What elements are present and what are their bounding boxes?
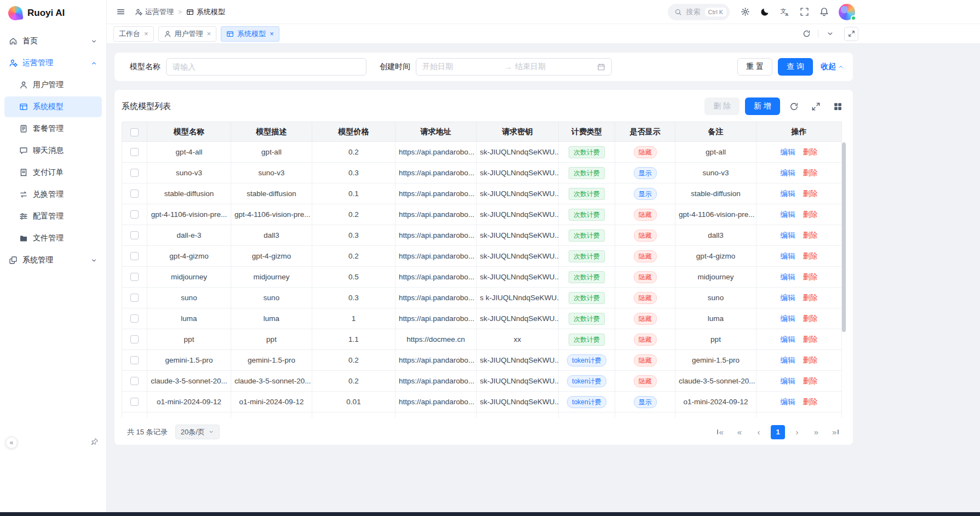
add-button[interactable]: 新 增 [745, 98, 780, 115]
edit-link[interactable]: 编辑 [781, 210, 795, 219]
row-checkbox[interactable] [130, 252, 139, 260]
close-tab-icon[interactable]: × [144, 30, 148, 37]
tab-system-model[interactable]: 系统模型× [221, 26, 279, 42]
settings-button[interactable] [737, 3, 754, 20]
sidebar-item-chat-messages[interactable]: 聊天消息 [4, 140, 102, 161]
close-tab-icon[interactable]: × [270, 30, 274, 37]
current-page[interactable]: 1 [771, 425, 785, 439]
row-checkbox[interactable] [130, 148, 139, 156]
delete-link[interactable]: 删除 [803, 169, 818, 177]
tab-workbench[interactable]: 工作台× [113, 26, 154, 42]
edit-link[interactable]: 编辑 [781, 148, 795, 156]
prev-page-button[interactable]: ‹ [752, 425, 766, 439]
batch-delete-button[interactable]: 删 除 [704, 98, 740, 115]
last-page-button[interactable]: » [828, 425, 843, 439]
model-name-input[interactable] [166, 58, 366, 76]
sidebar-item-system-management[interactable]: 系统管理 [4, 250, 102, 271]
tabs-menu-button[interactable] [822, 26, 838, 42]
breadcrumb-item[interactable]: 系统模型 [186, 7, 225, 17]
sidebar-item-file-management[interactable]: 文件管理 [4, 228, 102, 249]
sidebar-item-config-management[interactable]: 配置管理 [4, 206, 102, 227]
refresh-page-button[interactable] [799, 26, 814, 42]
delete-link[interactable]: 删除 [803, 148, 818, 156]
menu-toggle-button[interactable] [112, 3, 129, 20]
edit-link[interactable]: 编辑 [781, 398, 795, 406]
close-tab-icon[interactable]: × [207, 30, 211, 37]
edit-link[interactable]: 编辑 [781, 190, 795, 198]
delete-link[interactable]: 删除 [803, 252, 818, 260]
delete-link[interactable]: 删除 [803, 314, 818, 323]
sidebar-item-home[interactable]: 首页 [4, 31, 102, 51]
sidebar-item-payment-orders[interactable]: 支付订单 [4, 162, 102, 183]
edit-link[interactable]: 编辑 [781, 252, 795, 260]
notifications-button[interactable] [816, 3, 833, 20]
collapse-filter-link[interactable]: 收起 [821, 62, 844, 72]
create-time-range-picker[interactable]: 开始日期 → 结束日期 [416, 58, 612, 76]
edit-link[interactable]: 编辑 [781, 335, 795, 343]
next-page-button[interactable]: › [790, 425, 804, 439]
delete-link[interactable]: 删除 [803, 210, 818, 219]
sidebar-item-user-management[interactable]: 用户管理 [4, 74, 102, 95]
edit-link[interactable]: 编辑 [781, 314, 795, 323]
delete-link[interactable]: 删除 [803, 335, 818, 343]
breadcrumb-item[interactable]: 运营管理 [135, 7, 174, 17]
table-vertical-scrollbar[interactable] [841, 122, 846, 418]
sidebar-item-operations[interactable]: 运营管理 [4, 53, 102, 73]
user-avatar[interactable] [839, 4, 855, 20]
column-settings-button[interactable] [829, 98, 846, 114]
edit-link[interactable]: 编辑 [781, 169, 795, 177]
model-icon [19, 102, 28, 111]
row-checkbox[interactable] [130, 294, 139, 302]
edit-link[interactable]: 编辑 [781, 377, 795, 385]
chevron-down-icon [90, 38, 98, 45]
row-checkbox[interactable] [130, 356, 139, 364]
scrollbar-thumb[interactable] [842, 142, 846, 332]
edit-link[interactable]: 编辑 [781, 356, 795, 364]
delete-link[interactable]: 删除 [803, 273, 818, 281]
pin-sidebar-icon[interactable] [90, 438, 99, 446]
row-checkbox[interactable] [130, 398, 139, 406]
row-checkbox[interactable] [130, 210, 139, 219]
sidebar-item-system-model[interactable]: 系统模型 [4, 96, 102, 117]
edit-link[interactable]: 编辑 [781, 231, 795, 239]
sidebar-item-exchange-management[interactable]: 兑换管理 [4, 184, 102, 205]
select-all-checkbox[interactable] [130, 128, 139, 136]
model-name-cell: luma [147, 308, 231, 329]
edit-link[interactable]: 编辑 [781, 294, 795, 302]
request-key-cell: sk-JIUQLNndqSeKWU... [477, 308, 559, 329]
row-checkbox[interactable] [130, 190, 139, 198]
delete-link[interactable]: 删除 [803, 356, 818, 364]
operations-cell: 编辑删除 [757, 163, 842, 184]
next-group-button[interactable]: » [809, 425, 823, 439]
row-checkbox[interactable] [130, 231, 139, 239]
delete-link[interactable]: 删除 [803, 294, 818, 302]
query-button[interactable]: 查 询 [778, 58, 813, 76]
global-search[interactable]: 搜索 Ctrl K [668, 4, 730, 20]
row-checkbox[interactable] [130, 169, 139, 177]
delete-link[interactable]: 删除 [803, 377, 818, 385]
theme-toggle-button[interactable] [757, 3, 773, 20]
row-checkbox[interactable] [130, 377, 139, 385]
delete-link[interactable]: 删除 [803, 231, 818, 239]
visibility-cell: 隐藏 [615, 350, 675, 371]
language-button[interactable]: 文A [776, 3, 793, 20]
page-size-select[interactable]: 20条/页 [175, 425, 220, 439]
prev-group-button[interactable]: « [732, 425, 747, 439]
delete-link[interactable]: 删除 [803, 190, 818, 198]
table-fullscreen-button[interactable] [807, 98, 824, 114]
tab-user-management[interactable]: 用户管理× [158, 26, 217, 42]
content-fullscreen-button[interactable] [844, 27, 858, 41]
sidebar-collapse-button[interactable]: « [5, 437, 18, 449]
app-logo[interactable]: Ruoyi AI [0, 0, 106, 26]
visibility-cell: 隐藏 [615, 329, 675, 350]
first-page-button[interactable]: « [713, 425, 727, 439]
delete-link[interactable]: 删除 [803, 398, 818, 406]
table-refresh-button[interactable] [786, 98, 802, 114]
fullscreen-button[interactable] [796, 3, 813, 20]
sidebar-item-package-management[interactable]: 套餐管理 [4, 118, 102, 139]
row-checkbox[interactable] [130, 314, 139, 323]
row-checkbox[interactable] [130, 273, 139, 281]
edit-link[interactable]: 编辑 [781, 273, 795, 281]
row-checkbox[interactable] [130, 335, 139, 343]
reset-button[interactable]: 重 置 [737, 58, 772, 76]
